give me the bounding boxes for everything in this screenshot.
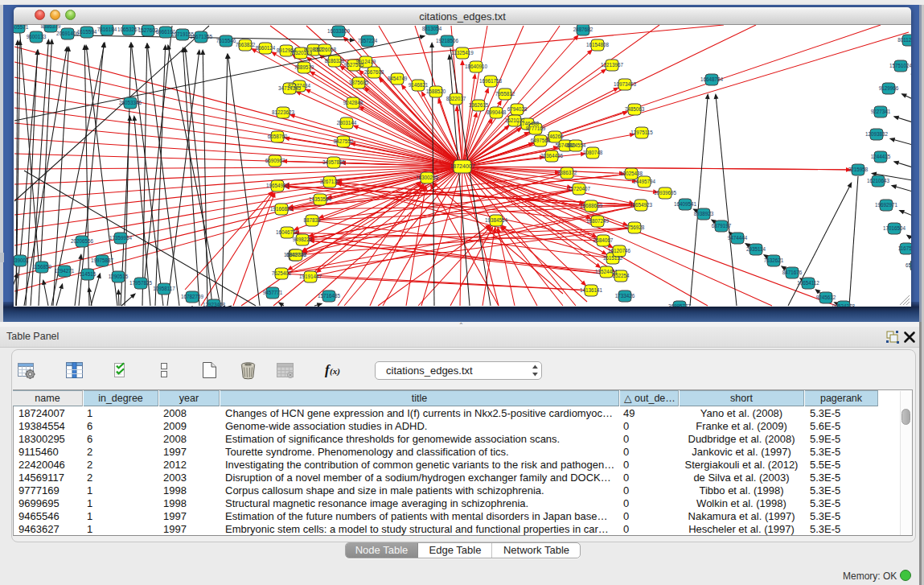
svg-text:16154808: 16154808 — [586, 42, 610, 47]
svg-text:746266: 746266 — [546, 134, 564, 139]
svg-text:14353594: 14353594 — [309, 196, 332, 202]
svg-text:8990448: 8990448 — [487, 109, 507, 115]
svg-text:17016504: 17016504 — [883, 225, 906, 231]
svg-text:9245612: 9245612 — [816, 295, 836, 300]
svg-text:6658760: 6658760 — [268, 134, 288, 139]
svg-text:7357224: 7357224 — [358, 38, 378, 43]
svg-text:16782759: 16782759 — [181, 294, 204, 299]
svg-text:34957885: 34957885 — [322, 159, 346, 165]
svg-text:6879197: 6879197 — [712, 223, 732, 229]
svg-text:14495794: 14495794 — [633, 179, 656, 184]
svg-text:15226058: 15226058 — [314, 47, 337, 52]
svg-text:7515546: 7515546 — [216, 38, 236, 43]
svg-text:7756928: 7756928 — [625, 225, 645, 230]
svg-text:16033809: 16033809 — [327, 28, 351, 34]
svg-text:1362615: 1362615 — [469, 102, 489, 108]
svg-text:16120746: 16120746 — [608, 248, 631, 253]
svg-text:8471676: 8471676 — [782, 270, 803, 275]
svg-text:116753: 116753 — [898, 245, 911, 251]
svg-text:7663822: 7663822 — [236, 42, 256, 47]
svg-text:3267130: 3267130 — [320, 179, 340, 184]
svg-text:9129966: 9129966 — [879, 85, 899, 91]
svg-text:1290515: 1290515 — [109, 274, 129, 279]
svg-text:0842710: 0842710 — [286, 252, 306, 257]
svg-text:2935114: 2935114 — [746, 246, 766, 252]
svg-text:1733426: 1733426 — [615, 293, 635, 299]
svg-text:(x): (x) — [330, 366, 340, 377]
svg-text:34714345: 34714345 — [278, 85, 302, 91]
svg-text:9912419: 9912419 — [356, 59, 376, 64]
svg-text:18640910: 18640910 — [465, 64, 488, 69]
svg-text:8454749: 8454749 — [388, 76, 408, 81]
svg-text:15751024: 15751024 — [889, 63, 911, 68]
svg-text:10958117: 10958117 — [153, 286, 175, 291]
svg-text:19191447: 19191447 — [299, 274, 322, 279]
svg-text:14136141: 14136141 — [580, 287, 603, 293]
svg-text:10654112: 10654112 — [797, 280, 819, 286]
svg-text:9777169: 9777169 — [526, 126, 546, 131]
svg-text:6690967: 6690967 — [265, 158, 285, 163]
svg-text:12093832: 12093832 — [865, 131, 889, 137]
svg-text:9146821: 9146821 — [409, 82, 429, 88]
svg-text:19975887: 19975887 — [91, 257, 114, 263]
svg-text:1588520: 1588520 — [426, 89, 446, 94]
svg-text:8660124: 8660124 — [256, 45, 276, 51]
svg-text:16210643: 16210643 — [867, 178, 890, 183]
svg-text:81223623: 81223623 — [272, 109, 295, 115]
svg-text:8186328: 8186328 — [325, 58, 345, 64]
svg-text:252254: 252254 — [612, 273, 630, 278]
svg-text:10688609: 10688609 — [580, 203, 603, 208]
svg-text:20691406: 20691406 — [56, 31, 80, 36]
svg-text:9600133: 9600133 — [27, 34, 47, 39]
svg-text:17957825: 17957825 — [129, 280, 153, 286]
svg-text:15716485: 15716485 — [318, 293, 341, 299]
svg-text:8427552: 8427552 — [334, 138, 354, 144]
svg-text:16671355: 16671355 — [190, 34, 213, 39]
svg-text:9498222: 9498222 — [293, 237, 313, 242]
svg-text:19654983: 19654983 — [266, 183, 290, 188]
svg-text:11325419: 11325419 — [451, 50, 474, 56]
svg-text:16409541: 16409541 — [674, 201, 697, 207]
svg-text:20206556: 20206556 — [71, 238, 94, 244]
svg-text:12213967: 12213967 — [601, 62, 624, 68]
svg-text:12975115: 12975115 — [630, 130, 653, 135]
svg-text:9242848: 9242848 — [343, 100, 363, 105]
svg-text:20364436: 20364436 — [540, 153, 564, 159]
svg-text:114515: 114515 — [80, 271, 97, 277]
svg-text:1294271: 1294271 — [55, 268, 75, 274]
svg-text:9227341: 9227341 — [871, 109, 891, 114]
svg-text:16046736: 16046736 — [276, 229, 299, 235]
svg-text:10939695: 10939695 — [654, 190, 677, 196]
svg-text:17359934: 17359934 — [109, 235, 133, 241]
svg-text:80112805: 80112805 — [897, 37, 911, 43]
svg-text:2803144: 2803144 — [337, 120, 357, 126]
svg-text:10653267: 10653267 — [117, 27, 141, 32]
svg-text:65648236: 65648236 — [906, 262, 911, 268]
svg-text:2667608: 2667608 — [364, 69, 384, 75]
svg-text:16961758: 16961758 — [479, 78, 503, 84]
svg-text:3215958: 3215958 — [848, 167, 869, 172]
svg-text:8322037: 8322037 — [446, 96, 466, 101]
svg-text:7889579: 7889579 — [294, 64, 314, 70]
svg-text:8938923: 8938923 — [694, 211, 714, 216]
svg-text:3824554: 3824554 — [566, 142, 586, 148]
svg-text:7625402: 7625402 — [272, 270, 292, 276]
svg-text:19166822: 19166822 — [270, 206, 294, 212]
svg-text:8386379: 8386379 — [41, 25, 61, 29]
svg-text:6794028: 6794028 — [507, 106, 528, 112]
svg-text:18807249: 18807249 — [586, 218, 610, 224]
svg-text:citations_edges.txt: citations_edges.txt — [386, 365, 473, 377]
svg-text:7816184: 7816184 — [97, 27, 117, 32]
svg-text:19384554: 19384554 — [485, 217, 508, 223]
svg-text:3875685: 3875685 — [349, 80, 369, 85]
svg-text:12923468: 12923468 — [203, 302, 226, 307]
svg-text:887833: 887833 — [303, 217, 321, 223]
svg-text:10973493: 10973493 — [614, 81, 637, 87]
svg-text:15720407: 15720407 — [568, 186, 591, 192]
svg-text:18300295: 18300295 — [416, 175, 439, 180]
svg-text:7955812: 7955812 — [495, 91, 515, 97]
svg-text:1615132: 1615132 — [603, 255, 623, 261]
svg-text:2405571: 2405571 — [14, 25, 29, 30]
svg-text:8813054: 8813054 — [422, 26, 442, 31]
svg-text:36995777: 36995777 — [668, 303, 692, 307]
